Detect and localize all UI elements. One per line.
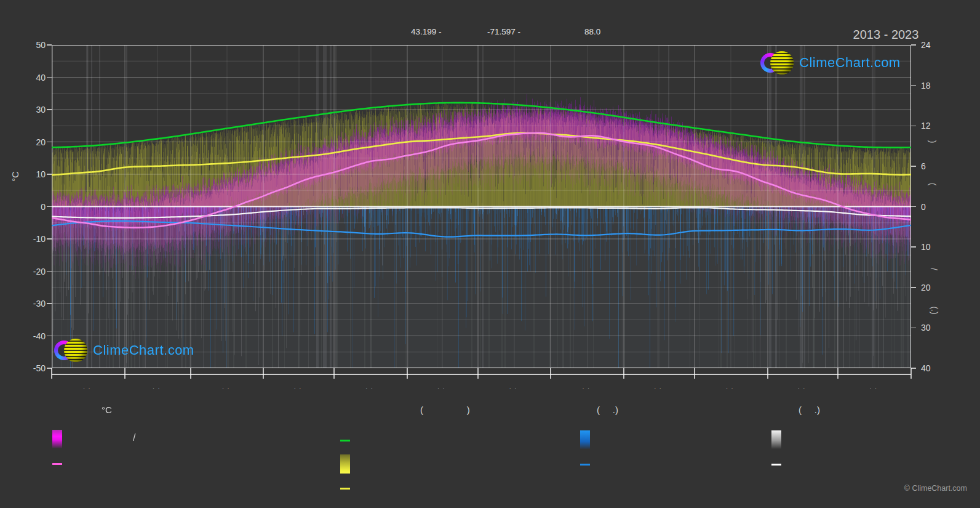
right-axis-precip-tick-label: 30 [921, 323, 947, 333]
legend-daylight-line-swatch [340, 440, 350, 441]
climechart-logo-icon [760, 51, 794, 75]
x-axis-month-label: .. [726, 384, 736, 390]
x-axis-month-label: .. [153, 384, 163, 390]
y-axis-tick [47, 77, 52, 78]
x-axis-month-label: .. [222, 384, 233, 390]
x-axis-tick [694, 368, 695, 379]
right-axis-label-fragment: ( [928, 183, 938, 186]
right-axis-precip-tick-label: 40 [921, 363, 947, 373]
x-axis-tick [263, 368, 264, 379]
legend-temp-range-swatch [52, 430, 62, 448]
legend-snow-bar-swatch [771, 430, 781, 449]
copyright-text: © ClimeChart.com [849, 484, 967, 493]
y-axis-tick [47, 336, 52, 337]
right-axis-precip-tick-label: 10 [921, 242, 947, 252]
right-axis-tick [911, 368, 916, 369]
x-axis-tick [910, 368, 912, 379]
climechart-watermark-bottom: ClimeChart.com [54, 339, 194, 362]
y-axis-tick-label: -20 [20, 267, 46, 276]
logo-striped-sun [64, 339, 87, 362]
right-axis-sunshine-tick-label: 12 [921, 121, 947, 131]
x-axis-line [52, 374, 911, 375]
x-axis-tick [124, 368, 125, 379]
climate-chart-canvas [52, 45, 911, 368]
x-axis-month-label: .. [654, 384, 664, 390]
y-axis-left-label: °C [10, 171, 20, 182]
climate-chart-page: 43.199 - -71.597 - 88.0 2013 - 2023 °C )… [0, 0, 980, 508]
x-axis-month-label: .. [509, 384, 520, 390]
x-axis-tick [623, 368, 624, 379]
right-axis-tick [911, 206, 916, 208]
y-axis-tick [47, 238, 52, 240]
x-axis-tick [837, 368, 839, 379]
y-axis-tick [47, 271, 52, 272]
y-axis-tick-label: 10 [20, 169, 46, 179]
legend-rain-header: ( .) [597, 405, 618, 415]
legend-temp-header: °C [102, 405, 112, 415]
climechart-watermark-top: ClimeChart.com [760, 51, 901, 75]
x-axis-month-label: .. [294, 384, 305, 390]
x-axis-tick [333, 368, 335, 379]
legend-rain-mean-line-swatch [580, 464, 590, 466]
y-axis-tick-label: -40 [20, 331, 46, 341]
y-axis-tick-label: 20 [20, 137, 46, 147]
x-axis-month-label: .. [437, 384, 448, 390]
right-axis-tick [911, 287, 916, 288]
right-axis-tick [911, 166, 916, 167]
y-axis-tick [47, 142, 52, 143]
x-axis-tick [407, 368, 408, 379]
y-axis-tick-label: -50 [20, 363, 46, 373]
y-axis-tick [47, 303, 52, 304]
watermark-text: ClimeChart.com [799, 55, 901, 71]
x-axis-month-label: .. [366, 384, 376, 390]
legend-rain-bar-swatch [580, 430, 590, 449]
x-axis-tick [550, 368, 551, 379]
location-latitude: 43.199 - [411, 27, 442, 36]
right-axis-label-fragment: / [929, 268, 939, 270]
logo-striped-sun [770, 51, 794, 75]
legend-sun-header: ( ) [420, 405, 470, 415]
right-axis-label-fragment: (.) [930, 306, 939, 314]
y-axis-tick [47, 109, 52, 110]
right-axis-sunshine-tick-label: 24 [921, 40, 947, 50]
legend-temp-range-label: / [133, 432, 135, 443]
page-title: 2013 - 2023 [837, 28, 935, 42]
x-axis-tick [767, 368, 768, 379]
legend-snow-header: ( .) [799, 405, 820, 415]
right-axis-precip-tick-label: 0 [921, 202, 947, 212]
right-axis-tick [911, 126, 916, 127]
x-axis-month-label: .. [798, 384, 808, 390]
legend-snow-mean-line-swatch [771, 464, 781, 466]
y-axis-tick-label: -30 [20, 299, 46, 308]
x-axis-month-label: .. [870, 384, 880, 390]
x-axis-month-label: .. [583, 384, 593, 390]
y-axis-tick-label: 50 [20, 40, 46, 50]
y-axis-tick-label: 0 [20, 202, 46, 212]
climechart-logo-icon [54, 339, 87, 362]
y-axis-tick [47, 174, 52, 175]
y-axis-tick [47, 206, 52, 208]
legend-sunshine-mean-line-swatch [340, 488, 350, 490]
location-longitude: -71.597 - [487, 27, 520, 36]
x-axis-month-label: .. [83, 384, 94, 390]
right-axis-tick [911, 246, 916, 248]
right-axis-sunshine-tick-label: 6 [921, 161, 947, 171]
y-axis-tick [47, 44, 52, 46]
right-axis-label-fragment: ) [928, 140, 938, 143]
watermark-text: ClimeChart.com [93, 342, 194, 358]
x-axis-tick [51, 368, 52, 379]
right-axis-tick [911, 44, 916, 46]
right-axis-tick [911, 328, 916, 329]
y-axis-tick-label: 40 [20, 73, 46, 83]
x-axis-tick [190, 368, 191, 379]
right-axis-tick [911, 85, 916, 86]
right-axis-sunshine-tick-label: 18 [921, 81, 947, 91]
x-axis-tick [477, 368, 479, 379]
right-axis-precip-tick-label: 20 [921, 283, 947, 292]
legend-sunshine-bar-swatch [340, 454, 350, 474]
y-axis-tick-label: 30 [20, 105, 46, 115]
location-elevation: 88.0 [584, 27, 600, 36]
y-axis-tick-label: -10 [20, 234, 46, 244]
legend-temp-mean-line-swatch [52, 463, 62, 465]
